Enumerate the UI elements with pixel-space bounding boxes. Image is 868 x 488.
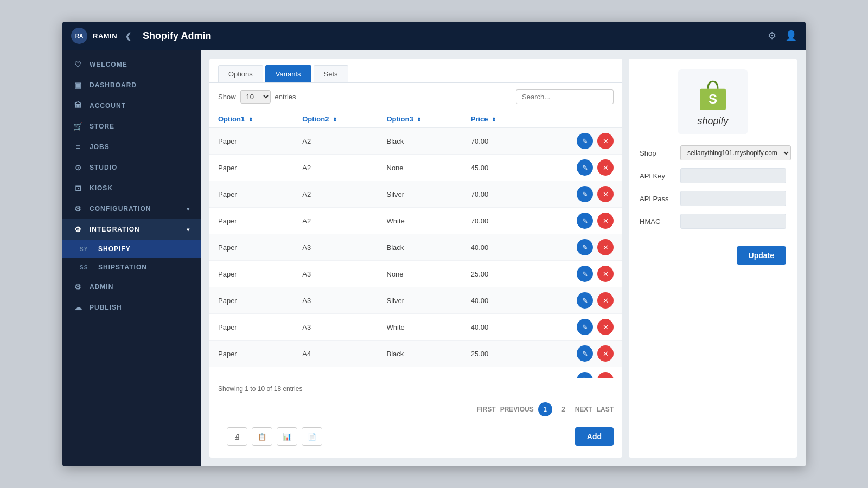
col-price[interactable]: Price ⇕ (462, 111, 531, 128)
cell-option3: Silver (378, 181, 462, 208)
sidebar-item-publish[interactable]: ☁ PUBLISH (62, 297, 201, 318)
sidebar-item-configuration[interactable]: ⚙ CONFIGURATION ▾ (62, 198, 201, 219)
tab-sets[interactable]: Sets (314, 65, 348, 82)
data-table: Option1 ⇕ Option2 ⇕ Option3 ⇕ (209, 111, 622, 378)
cell-option2: A4 (293, 341, 378, 367)
print-button[interactable]: 🖨 (227, 427, 247, 446)
page-num-1[interactable]: 1 (538, 402, 552, 416)
first-page-btn[interactable]: FIRST (477, 406, 496, 413)
cell-actions: ✎ ✕ (531, 128, 622, 155)
edit-button[interactable]: ✎ (577, 345, 593, 362)
studio-icon: ⊙ (73, 163, 83, 172)
table-row: Paper A2 Silver 70.00 ✎ ✕ (209, 181, 622, 208)
delete-button[interactable]: ✕ (597, 266, 614, 282)
sidebar-item-kiosk[interactable]: ⊡ KIOSK (62, 178, 201, 198)
delete-button[interactable]: ✕ (597, 319, 614, 335)
sidebar-item-dashboard[interactable]: ▣ DASHBOARD (62, 75, 201, 95)
sidebar-item-label: PUBLISH (90, 304, 122, 311)
delete-button[interactable]: ✕ (597, 213, 614, 229)
integration-icon: ⚙ (73, 225, 83, 234)
cell-option3: Black (378, 234, 462, 261)
edit-button[interactable]: ✎ (577, 372, 593, 378)
sidebar-item-integration[interactable]: ⚙ INTEGRATION ▾ (62, 219, 201, 240)
tab-variants[interactable]: Variants (265, 65, 311, 82)
page-num-2[interactable]: 2 (557, 402, 571, 416)
sidebar-item-studio[interactable]: ⊙ STUDIO (62, 157, 201, 178)
delete-button[interactable]: ✕ (597, 159, 614, 176)
sidebar-item-account[interactable]: 🏛 ACCOUNT (62, 95, 201, 116)
entries-select[interactable]: 10 25 50 100 (240, 90, 271, 104)
sidebar-item-admin[interactable]: ⚙ ADMIN (62, 277, 201, 297)
cell-price: 40.00 (462, 287, 531, 314)
last-page-btn[interactable]: LAST (597, 406, 614, 413)
sidebar-item-welcome[interactable]: ♡ WELCOME (62, 54, 201, 75)
search-input[interactable] (516, 89, 614, 104)
pdf-button[interactable]: 📄 (302, 427, 322, 446)
api-pass-input[interactable] (680, 191, 786, 206)
settings-icon[interactable]: ⚙ (768, 30, 776, 42)
shopify-prefix: SY (80, 246, 92, 252)
api-key-field: API Key (640, 168, 786, 183)
sidebar-item-label: KIOSK (90, 184, 113, 192)
edit-button[interactable]: ✎ (577, 213, 593, 229)
cell-actions: ✎ ✕ (531, 155, 622, 181)
delete-button[interactable]: ✕ (597, 186, 614, 202)
collapse-icon[interactable]: ❮ (125, 31, 132, 41)
prev-page-btn[interactable]: PREVIOUS (500, 406, 534, 413)
cell-option3: Black (378, 128, 462, 155)
table-row: Paper A2 Black 70.00 ✎ ✕ (209, 128, 622, 155)
chevron-down-icon: ▾ (187, 206, 190, 212)
edit-button[interactable]: ✎ (577, 186, 593, 202)
api-key-input[interactable] (680, 168, 786, 183)
sidebar-item-label: STORE (90, 123, 114, 130)
cell-actions: ✎ ✕ (531, 367, 622, 379)
update-button[interactable]: Update (737, 246, 786, 265)
edit-button[interactable]: ✎ (577, 266, 593, 282)
sidebar-sub-item-shipstation[interactable]: SS SHIPSTATION (62, 258, 201, 277)
edit-button[interactable]: ✎ (577, 133, 593, 149)
delete-button[interactable]: ✕ (597, 133, 614, 149)
table-footer: Showing 1 to 10 of 18 entries (209, 378, 622, 399)
cell-option2: A2 (293, 181, 378, 208)
excel-button[interactable]: 📊 (277, 427, 297, 446)
sidebar-item-store[interactable]: 🛒 STORE (62, 116, 201, 137)
sort-icon: ⇕ (417, 117, 421, 123)
delete-button[interactable]: ✕ (597, 372, 614, 378)
sidebar-item-jobs[interactable]: ≡ JOBS (62, 137, 201, 157)
cell-option1: Paper (209, 341, 293, 367)
table-row: Paper A3 Silver 40.00 ✎ ✕ (209, 287, 622, 314)
chevron-down-icon: ▾ (187, 227, 190, 233)
hmac-input[interactable] (680, 214, 786, 229)
delete-button[interactable]: ✕ (597, 239, 614, 255)
user-profile-icon[interactable]: 👤 (785, 30, 797, 42)
cell-price: 70.00 (462, 128, 531, 155)
edit-button[interactable]: ✎ (577, 239, 593, 255)
cell-actions: ✎ ✕ (531, 341, 622, 367)
jobs-icon: ≡ (73, 143, 83, 151)
edit-button[interactable]: ✎ (577, 319, 593, 335)
tab-options[interactable]: Options (218, 65, 263, 82)
sidebar-sub-item-shopify[interactable]: SY SHOPIFY (62, 240, 201, 258)
delete-button[interactable]: ✕ (597, 292, 614, 309)
cell-price: 70.00 (462, 181, 531, 208)
cell-actions: ✎ ✕ (531, 314, 622, 341)
edit-button[interactable]: ✎ (577, 292, 593, 309)
col-option2[interactable]: Option2 ⇕ (293, 111, 378, 128)
shop-select[interactable]: sellanything101.myshopify.com (680, 145, 791, 160)
col-option3[interactable]: Option3 ⇕ (378, 111, 462, 128)
next-page-btn[interactable]: NEXT (575, 406, 592, 413)
cell-option1: Paper (209, 367, 293, 379)
delete-button[interactable]: ✕ (597, 345, 614, 362)
shopify-logo: S shopify (640, 69, 786, 134)
admin-icon: ⚙ (73, 282, 83, 291)
cell-actions: ✎ ✕ (531, 181, 622, 208)
csv-button[interactable]: 📋 (252, 427, 272, 446)
cell-option1: Paper (209, 128, 293, 155)
add-button[interactable]: Add (575, 427, 614, 446)
edit-button[interactable]: ✎ (577, 159, 593, 176)
cell-price: 45.00 (462, 155, 531, 181)
api-pass-field: API Pass (640, 191, 786, 206)
sidebar-item-label: WELCOME (90, 61, 127, 68)
table-row: Paper A4 Black 25.00 ✎ ✕ (209, 341, 622, 367)
col-option1[interactable]: Option1 ⇕ (209, 111, 293, 128)
